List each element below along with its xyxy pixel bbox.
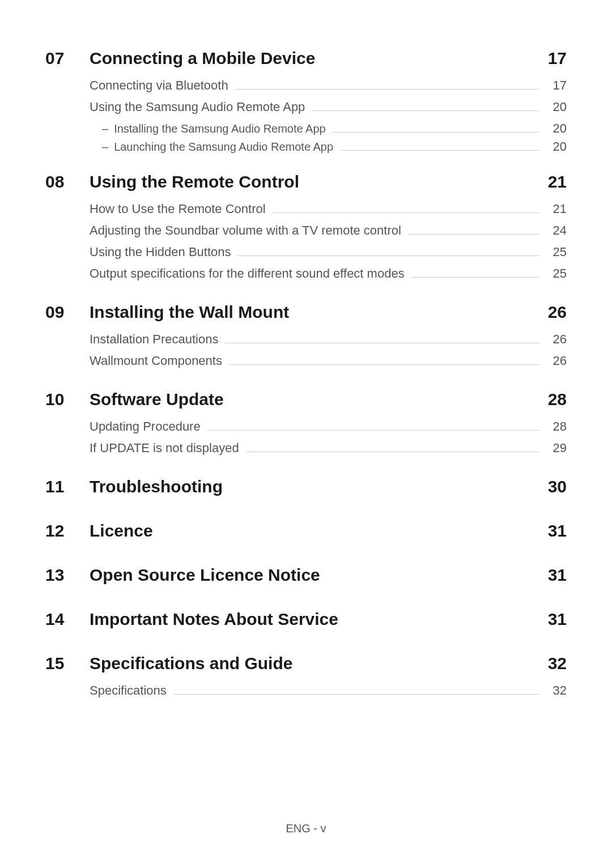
leader-line <box>333 132 539 133</box>
toc-item[interactable]: How to Use the Remote Control21 <box>90 202 567 216</box>
toc-item-label: How to Use the Remote Control <box>90 202 266 216</box>
toc-item-label: Using the Hidden Buttons <box>90 245 231 259</box>
toc-item[interactable]: Installation Precautions26 <box>90 332 567 347</box>
toc-item[interactable]: If UPDATE is not displayed29 <box>90 441 567 456</box>
toc-section-heading[interactable]: 09Installing the Wall Mount26 <box>45 303 567 322</box>
section-title: Software Update <box>90 390 538 409</box>
toc-item[interactable]: Connecting via Bluetooth17 <box>90 78 567 93</box>
toc-section: 09Installing the Wall Mount26Installatio… <box>45 293 567 375</box>
section-number: 09 <box>45 303 90 322</box>
leader-line <box>246 452 539 452</box>
section-title: Licence <box>90 521 538 541</box>
toc-section: 12Licence31 <box>45 512 567 551</box>
toc-subitem-page: 20 <box>546 139 567 154</box>
toc-section-heading[interactable]: 11Troubleshooting30 <box>45 477 567 496</box>
leader-line <box>207 430 539 431</box>
toc-item-page: 20 <box>546 100 567 114</box>
section-title: Important Notes About Service <box>90 610 538 629</box>
section-page: 31 <box>538 610 567 629</box>
leader-line <box>238 256 540 256</box>
section-number: 10 <box>45 390 90 409</box>
toc-item[interactable]: Wallmount Components26 <box>90 354 567 368</box>
section-title: Open Source Licence Notice <box>90 565 538 585</box>
table-of-contents: 07Connecting a Mobile Device17Connecting… <box>45 40 567 710</box>
leader-line <box>340 150 539 151</box>
toc-section: 15Specifications and Guide32Specificatio… <box>45 645 567 705</box>
toc-section-heading[interactable]: 15Specifications and Guide32 <box>45 654 567 673</box>
toc-item[interactable]: Output specifications for the different … <box>90 266 567 281</box>
section-number: 12 <box>45 521 90 541</box>
toc-item-label: Updating Procedure <box>90 419 201 434</box>
toc-section-heading[interactable]: 14Important Notes About Service31 <box>45 610 567 629</box>
section-page: 21 <box>538 172 567 192</box>
section-number: 14 <box>45 610 90 629</box>
section-number: 07 <box>45 49 90 68</box>
toc-item-page: 25 <box>546 266 567 281</box>
toc-section-heading[interactable]: 07Connecting a Mobile Device17 <box>45 49 567 68</box>
leader-line <box>312 110 539 111</box>
section-page: 31 <box>538 565 567 585</box>
toc-item-page: 28 <box>546 419 567 434</box>
toc-subitem-label: Launching the Samsung Audio Remote App <box>114 141 333 154</box>
toc-item-page: 32 <box>546 683 567 698</box>
section-page: 30 <box>538 477 567 496</box>
toc-section: 11Troubleshooting30 <box>45 468 567 507</box>
toc-item[interactable]: Specifications32 <box>90 683 567 698</box>
section-title: Installing the Wall Mount <box>90 303 538 322</box>
toc-section: 13Open Source Licence Notice31 <box>45 556 567 595</box>
leader-line <box>273 212 539 213</box>
leader-line <box>235 89 539 90</box>
leader-line <box>225 343 539 343</box>
toc-subitem-page: 20 <box>546 121 567 136</box>
toc-section-heading[interactable]: 12Licence31 <box>45 521 567 541</box>
toc-item-label: If UPDATE is not displayed <box>90 441 239 456</box>
toc-section-heading[interactable]: 10Software Update28 <box>45 390 567 409</box>
toc-subitem[interactable]: –Launching the Samsung Audio Remote App2… <box>102 139 567 154</box>
section-number: 11 <box>45 477 90 496</box>
toc-item-label: Specifications <box>90 683 167 698</box>
toc-item-label: Installation Precautions <box>90 332 218 347</box>
section-page: 26 <box>538 303 567 322</box>
toc-item-page: 21 <box>546 202 567 216</box>
section-number: 13 <box>45 565 90 585</box>
toc-item-page: 24 <box>546 223 567 238</box>
toc-item[interactable]: Using the Hidden Buttons25 <box>90 245 567 259</box>
toc-item-page: 17 <box>546 78 567 93</box>
dash-icon: – <box>102 141 108 154</box>
leader-line <box>411 277 539 278</box>
leader-line <box>173 694 539 695</box>
toc-item-label: Connecting via Bluetooth <box>90 78 228 93</box>
toc-subitem[interactable]: –Installing the Samsung Audio Remote App… <box>102 121 567 136</box>
toc-section: 07Connecting a Mobile Device17Connecting… <box>45 40 567 158</box>
section-title: Using the Remote Control <box>90 172 538 192</box>
toc-item-page: 26 <box>546 332 567 347</box>
section-title: Connecting a Mobile Device <box>90 49 538 68</box>
toc-section-heading[interactable]: 13Open Source Licence Notice31 <box>45 565 567 585</box>
leader-line <box>408 234 539 235</box>
toc-item-page: 29 <box>546 441 567 456</box>
toc-section-heading[interactable]: 08Using the Remote Control21 <box>45 172 567 192</box>
section-number: 15 <box>45 654 90 673</box>
page-footer: ENG - v <box>0 822 612 835</box>
toc-section: 08Using the Remote Control21How to Use t… <box>45 163 567 288</box>
toc-item[interactable]: Using the Samsung Audio Remote App20 <box>90 100 567 114</box>
toc-section: 10Software Update28Updating Procedure28I… <box>45 381 567 462</box>
toc-subitem-label: Installing the Samsung Audio Remote App <box>114 122 326 135</box>
section-title: Troubleshooting <box>90 477 538 496</box>
section-page: 31 <box>538 521 567 541</box>
section-page: 32 <box>538 654 567 673</box>
section-page: 17 <box>538 49 567 68</box>
toc-item[interactable]: Updating Procedure28 <box>90 419 567 434</box>
section-page: 28 <box>538 390 567 409</box>
leader-line <box>229 364 539 365</box>
section-number: 08 <box>45 172 90 192</box>
toc-item-label: Using the Samsung Audio Remote App <box>90 100 305 114</box>
toc-section: 14Important Notes About Service31 <box>45 601 567 639</box>
toc-item[interactable]: Adjusting the Soundbar volume with a TV … <box>90 223 567 238</box>
dash-icon: – <box>102 122 108 135</box>
toc-item-label: Wallmount Components <box>90 354 222 368</box>
toc-item-page: 26 <box>546 354 567 368</box>
toc-item-label: Output specifications for the different … <box>90 266 405 281</box>
toc-item-page: 25 <box>546 245 567 259</box>
toc-item-label: Adjusting the Soundbar volume with a TV … <box>90 223 401 238</box>
